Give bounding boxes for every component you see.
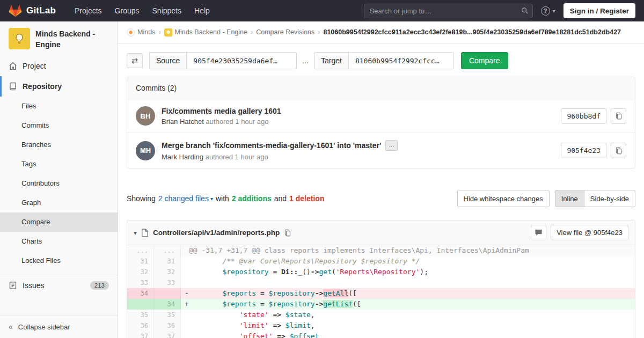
breadcrumb-item-label: Minds [137,28,155,36]
old-line-number[interactable]: 35 [127,310,154,320]
commit-title-link[interactable]: Fix/comments media gallery 1601 [162,107,281,115]
gitlab-tanuki-icon [9,4,22,17]
commit-actions: 905f4e23 [561,143,626,158]
top-navbar: GitLab ProjectsGroupsSnippetsHelp ? ▾ Si… [0,0,644,21]
diff-stats-bar: Showing 2 changed files ▾ with 2 additio… [127,190,635,207]
nav-link-groups[interactable]: Groups [109,3,145,18]
old-line-number[interactable]: 37 [127,331,154,338]
repository-submenu: FilesCommitsBranchesTagsContributorsGrap… [0,97,118,270]
diff-marker [185,257,189,265]
sidebar-item-files[interactable]: Files [0,97,118,116]
sidebar-item-issues[interactable]: Issues 213 [0,275,118,296]
new-line-number[interactable]: 34 [154,299,181,310]
diff-line: 3535 'state' => $state, [127,310,635,320]
sidebar-item-charts[interactable]: Charts [0,232,118,251]
changed-files-dropdown[interactable]: 2 changed files ▾ [158,194,213,203]
collapse-sidebar-button[interactable]: « Collapse sidebar [0,315,118,338]
minds-group-avatar [127,28,135,36]
breadcrumb-separator: › [251,28,253,36]
old-line-number[interactable]: 31 [127,256,154,267]
sidebar-item-contributors[interactable]: Contributors [0,174,118,193]
sidebar-item-label: Issues [23,281,44,290]
target-ref-dropdown[interactable]: 81060b9954f2992cfcc… [349,52,453,69]
search-input[interactable] [364,4,533,18]
line-content: $repository = Di::_()->get('Reports\Repo… [181,267,635,277]
commit-title-link[interactable]: Merge branch 'fix/comments-media-gallery… [162,141,381,150]
diff-file-header: ▾ Controllers/api/v1/admin/reports.php [127,221,635,245]
new-line-number[interactable]: 32 [154,267,181,277]
inline-view-button[interactable]: Inline [555,190,584,207]
expand-commit-message-button[interactable]: … [385,140,398,151]
new-line-number[interactable]: ... [154,245,181,256]
line-content: /** @var Core\Reports\Repository $reposi… [181,256,635,267]
old-line-number[interactable]: 32 [127,267,154,277]
commit-sha-button[interactable]: 960bb8df [561,108,606,124]
target-group: Target 81060b9954f2992cfcc… [314,52,453,69]
breadcrumb-item[interactable]: Minds [127,28,155,36]
nav-link-projects[interactable]: Projects [69,3,108,18]
sidebar-item-commits[interactable]: Commits [0,116,118,135]
commit-author-link[interactable]: Mark Harding [162,153,203,161]
copy-file-path-icon[interactable] [284,229,291,237]
range-dots: ... [297,56,314,65]
compare-button[interactable]: Compare [461,52,508,69]
sidebar-item-graph[interactable]: Graph [0,193,118,212]
sign-in-button[interactable]: Sign in / Register [564,3,635,18]
diff-marker: + [185,300,189,308]
search-icon[interactable] [521,7,529,16]
commit-sha-button[interactable]: 905f4e23 [561,143,606,158]
project-context[interactable]: Minds Backend - Engine [0,21,118,56]
commit-title: Merge branch 'fix/comments-media-gallery… [162,140,398,151]
compare-page-content: ⇄ Source 905f4e23035259da6ef… ... Target… [118,43,644,338]
sidebar-item-tags[interactable]: Tags [0,155,118,174]
copy-sha-button[interactable] [611,108,626,124]
commit-authored-text: authored 1 hour ago [206,117,268,126]
issues-count-badge: 213 [90,281,109,290]
new-line-number[interactable]: 33 [154,277,181,288]
gitlab-logo-link[interactable]: GitLab [9,4,56,17]
new-line-number[interactable]: 35 [154,310,181,320]
old-line-number[interactable] [127,299,154,310]
commits-panel-header: Commits (2) [127,77,635,99]
nav-link-snippets[interactable]: Snippets [147,3,187,18]
new-line-number[interactable]: 36 [154,320,181,331]
old-line-number[interactable]: 33 [127,277,154,288]
source-ref-dropdown[interactable]: 905f4e23035259da6ef… [187,52,297,69]
nav-right: ? ▾ Sign in / Register [364,3,635,18]
breadcrumb-item[interactable]: Minds Backend - Engine [164,28,248,36]
new-line-number[interactable]: 31 [154,256,181,267]
breadcrumb: Minds›Minds Backend - Engine›Compare Rev… [118,21,644,43]
help-dropdown[interactable]: ? ▾ [541,6,555,16]
commit-row: MHMerge branch 'fix/comments-media-galle… [127,133,635,168]
swap-revisions-button[interactable]: ⇄ [127,53,143,68]
sidebar-project-title: Minds Backend - Engine [35,28,109,50]
line-content: @@ -31,7 +31,7 @@ class reports implemen… [181,245,635,256]
old-line-number[interactable]: 36 [127,320,154,331]
side-by-side-view-button[interactable]: Side-by-side [584,190,635,207]
old-line-number[interactable]: ... [127,245,154,256]
hide-whitespace-button[interactable]: Hide whitespace changes [457,190,550,207]
sidebar-item-repository[interactable]: Repository [0,76,118,97]
sidebar-item-branches[interactable]: Branches [0,135,118,155]
gitlab-app: GitLab ProjectsGroupsSnippetsHelp ? ▾ Si… [0,0,644,338]
new-line-number[interactable]: 37 [154,331,181,338]
breadcrumb-item[interactable]: Compare Revisions [256,28,314,36]
search-box[interactable] [364,4,533,18]
sidebar-item-locked-files[interactable]: Locked Files [0,251,118,270]
copy-sha-button[interactable] [611,143,626,158]
view-file-button[interactable]: View file @ 905f4e23 [551,225,628,240]
comment-icon [535,229,543,237]
repository-icon [9,82,17,91]
nav-link-help[interactable]: Help [188,3,216,18]
sidebar-item-compare[interactable]: Compare [0,212,118,232]
toggle-comments-button[interactable] [531,225,546,240]
sidebar-item-project[interactable]: Project [0,56,118,76]
commit-author-link[interactable]: Brian Hatchet [162,117,204,126]
breadcrumb-item-label: Minds Backend - Engine [175,28,248,36]
diff-file-panel: ▾ Controllers/api/v1/admin/reports.php [127,220,635,338]
file-path[interactable]: Controllers/api/v1/admin/reports.php [153,229,280,237]
collapse-diff-caret-icon[interactable]: ▾ [134,229,137,237]
old-line-number[interactable]: 34 [127,288,154,299]
new-line-number[interactable] [154,288,181,299]
sidebar: Minds Backend - Engine Project Repositor… [0,21,118,338]
